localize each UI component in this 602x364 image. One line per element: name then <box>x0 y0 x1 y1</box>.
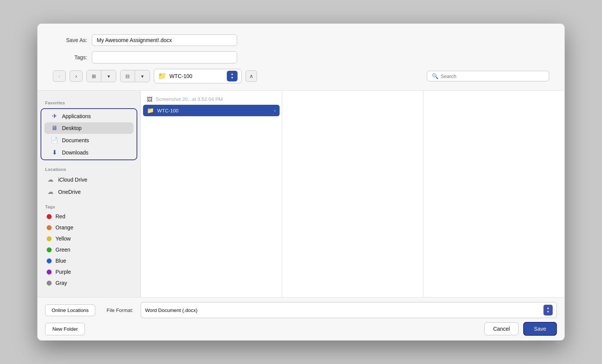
blue-tag-dot <box>47 258 52 263</box>
sidebar-item-applications[interactable]: ✈ Applications <box>44 110 133 122</box>
stepper-up-icon: ▲ <box>231 73 234 76</box>
save-as-row: Save As: <box>53 34 549 46</box>
chevron-down-icon: ▾ <box>107 73 110 79</box>
save-as-input[interactable] <box>92 34 237 46</box>
columns-view-button[interactable]: ⊞ <box>87 70 101 82</box>
sidebar-item-yellow-label: Yellow <box>55 236 71 242</box>
columns-icon: ⊞ <box>92 73 96 79</box>
sidebar-item-gray-label: Gray <box>55 280 67 286</box>
purple-tag-dot <box>47 270 52 275</box>
sidebar-item-blue[interactable]: Blue <box>41 255 137 266</box>
sidebar-item-onedrive-label: OneDrive <box>58 189 81 195</box>
onedrive-icon: ☁ <box>47 188 54 195</box>
tags-row: Tags: <box>53 51 549 63</box>
grid-dropdown-button[interactable]: ▾ <box>135 70 150 82</box>
sidebar-item-green-label: Green <box>55 247 70 253</box>
sidebar-item-documents-label: Documents <box>62 137 89 143</box>
sidebar: Favorites ✈ Applications 🖥 Desktop 📄 Doc… <box>37 91 141 297</box>
sidebar-item-red[interactable]: Red <box>41 211 137 222</box>
orange-tag-dot <box>47 225 52 230</box>
wtc100-folder-icon: 📁 <box>147 107 154 114</box>
file-format-label: File Format: <box>107 307 133 313</box>
dialog-body: Favorites ✈ Applications 🖥 Desktop 📄 Doc… <box>37 91 565 297</box>
sidebar-item-applications-label: Applications <box>62 113 91 119</box>
sidebar-item-orange[interactable]: Orange <box>41 222 137 233</box>
go-up-button[interactable]: ∧ <box>246 70 257 82</box>
sidebar-item-desktop-label: Desktop <box>62 125 81 131</box>
bottom-row-2: New Folder Cancel Save <box>45 322 557 336</box>
file-format-value: Word Document (.docx) <box>145 307 197 313</box>
save-dialog: Save As: Tags: ‹ › ⊞ ▾ <box>37 23 565 341</box>
stepper-down-icon: ▼ <box>231 76 234 80</box>
sidebar-item-icloud[interactable]: ☁ iCloud Drive <box>41 174 137 185</box>
sidebar-item-documents[interactable]: 📄 Documents <box>44 134 133 146</box>
file-item-screenshot[interactable]: 🖼 Screenshot 20...at 3.52.04 PM <box>141 94 282 105</box>
red-tag-dot <box>47 214 52 219</box>
file-format-select[interactable]: Word Document (.docx) ▲ ▼ <box>141 302 557 318</box>
tags-section-label: Tags <box>37 201 140 211</box>
locations-section-label: Locations <box>37 163 140 173</box>
chevron-up-icon: ∧ <box>249 73 253 79</box>
sidebar-item-onedrive[interactable]: ☁ OneDrive <box>41 186 137 198</box>
location-name: WTC-100 <box>169 73 222 79</box>
sidebar-item-red-label: Red <box>55 213 65 219</box>
sidebar-item-yellow[interactable]: Yellow <box>41 233 137 244</box>
file-column-3 <box>423 91 565 297</box>
chevron-down-icon-2: ▾ <box>141 73 144 79</box>
sidebar-item-orange-label: Orange <box>55 224 73 231</box>
online-locations-button[interactable]: Online Locations <box>45 304 95 316</box>
back-button[interactable]: ‹ <box>53 70 66 82</box>
view-columns-group[interactable]: ⊞ ▾ <box>86 70 116 82</box>
tags-input[interactable] <box>92 51 237 63</box>
sidebar-item-icloud-label: iCloud Drive <box>58 177 87 183</box>
yellow-tag-dot <box>47 236 52 241</box>
dialog-bottom: Online Locations File Format: Word Docum… <box>37 297 565 340</box>
toolbar: ‹ › ⊞ ▾ ⊟ ▾ � <box>53 69 549 83</box>
sidebar-item-blue-label: Blue <box>55 258 66 264</box>
forward-icon: › <box>75 73 77 79</box>
search-input[interactable] <box>441 73 544 79</box>
sidebar-item-purple-label: Purple <box>55 269 71 275</box>
icloud-icon: ☁ <box>47 176 54 183</box>
action-buttons: Cancel Save <box>484 322 557 336</box>
file-item-wtc100[interactable]: 📁 WTC-100 › <box>143 105 280 116</box>
columns-dropdown-button[interactable]: ▾ <box>101 70 116 82</box>
sidebar-item-desktop[interactable]: 🖥 Desktop <box>44 122 133 134</box>
view-grid-group[interactable]: ⊟ ▾ <box>120 70 150 82</box>
sidebar-item-gray[interactable]: Gray <box>41 278 137 288</box>
documents-icon: 📄 <box>50 136 58 144</box>
sidebar-item-green[interactable]: Green <box>41 244 137 255</box>
search-box[interactable]: 🔍 <box>427 71 549 81</box>
green-tag-dot <box>47 247 52 252</box>
location-selector[interactable]: 📁 WTC-100 ▲ ▼ <box>154 69 242 83</box>
search-icon: 🔍 <box>432 73 438 79</box>
gray-tag-dot <box>47 281 52 286</box>
screenshot-file-icon: 🖼 <box>147 96 153 102</box>
sidebar-item-downloads[interactable]: ⬇ Downloads <box>44 146 133 158</box>
file-item-wtc100-label: WTC-100 <box>157 108 271 114</box>
sidebar-item-purple[interactable]: Purple <box>41 266 137 277</box>
sidebar-item-downloads-label: Downloads <box>62 150 88 156</box>
file-column-1: 🖼 Screenshot 20...at 3.52.04 PM 📁 WTC-10… <box>141 91 282 297</box>
location-stepper[interactable]: ▲ ▼ <box>227 71 238 81</box>
desktop-icon: 🖥 <box>50 125 58 132</box>
downloads-icon: ⬇ <box>50 149 58 156</box>
file-column-2 <box>282 91 424 297</box>
file-item-chevron-icon: › <box>274 108 276 113</box>
favorites-section-label: Favorites <box>37 97 140 107</box>
stepper-up-arrow-icon: ▲ <box>547 307 550 310</box>
forward-button[interactable]: › <box>70 70 83 82</box>
new-folder-button[interactable]: New Folder <box>45 323 85 335</box>
stepper-down-arrow-icon: ▼ <box>547 310 550 314</box>
applications-icon: ✈ <box>50 112 58 120</box>
save-button[interactable]: Save <box>523 322 557 336</box>
favorites-group: ✈ Applications 🖥 Desktop 📄 Documents ⬇ D… <box>41 108 137 160</box>
grid-view-button[interactable]: ⊟ <box>120 70 135 82</box>
folder-icon: 📁 <box>158 72 166 80</box>
tags-label: Tags: <box>53 54 87 60</box>
cancel-button[interactable]: Cancel <box>484 322 519 335</box>
file-item-screenshot-label: Screenshot 20...at 3.52.04 PM <box>156 96 276 102</box>
back-icon: ‹ <box>59 73 60 79</box>
file-area: 🖼 Screenshot 20...at 3.52.04 PM 📁 WTC-10… <box>141 91 565 297</box>
file-format-stepper[interactable]: ▲ ▼ <box>543 305 553 315</box>
